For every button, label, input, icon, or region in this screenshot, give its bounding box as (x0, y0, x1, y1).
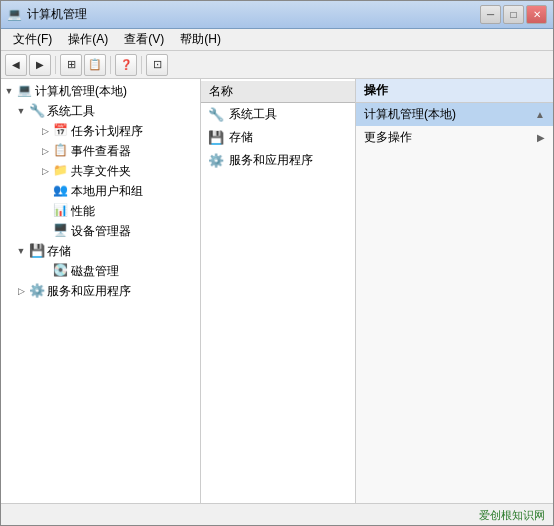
close-button[interactable]: ✕ (526, 5, 547, 24)
tree-item-service[interactable]: ▷ ⚙️ 服务和应用程序 (13, 281, 200, 301)
up-button[interactable]: ⊞ (60, 54, 82, 76)
storage-icon: 💾 (29, 243, 45, 259)
share-label: 共享文件夹 (71, 163, 131, 180)
right-item-arrow-0: ▲ (535, 109, 545, 120)
perf-icon: 📊 (53, 203, 69, 219)
mid-label-storage: 存储 (229, 129, 253, 146)
mid-label-systools: 系统工具 (229, 106, 277, 123)
disk-label: 磁盘管理 (71, 263, 119, 280)
expand-disk[interactable]: ▷ (37, 261, 53, 281)
expand-event[interactable]: ▷ (37, 141, 53, 161)
user-label: 本地用户和组 (71, 183, 143, 200)
right-pane: 操作 计算机管理(本地) ▲ 更多操作 ▶ (356, 79, 553, 503)
expand-service[interactable]: ▷ (13, 281, 29, 301)
tree-item-systools[interactable]: ▼ 🔧 系统工具 (13, 101, 200, 121)
tree-item-task[interactable]: ▷ 📅 任务计划程序 (37, 121, 200, 141)
mid-item-service[interactable]: ⚙️ 服务和应用程序 (201, 149, 355, 172)
mid-item-systools[interactable]: 🔧 系统工具 (201, 103, 355, 126)
storage-children: ▷ 💽 磁盘管理 (13, 261, 200, 281)
mid-icon-systools: 🔧 (207, 107, 225, 123)
mid-item-storage[interactable]: 💾 存储 (201, 126, 355, 149)
right-item-arrow-1: ▶ (537, 132, 545, 143)
expand-storage[interactable]: ▼ (13, 241, 29, 261)
tree-item-perf[interactable]: ▷ 📊 性能 (37, 201, 200, 221)
forward-button[interactable]: ▶ (29, 54, 51, 76)
watermark-text2: 知识网 (512, 509, 545, 521)
window-controls: ─ □ ✕ (480, 5, 547, 24)
expand-user[interactable]: ▷ (37, 181, 53, 201)
tree-node-storage: ▼ 💾 存储 ▷ 💽 磁盘管理 (13, 241, 200, 281)
tree-item-device[interactable]: ▷ 🖥️ 设备管理器 (37, 221, 200, 241)
device-label: 设备管理器 (71, 223, 131, 240)
expand-share[interactable]: ▷ (37, 161, 53, 181)
tree-root: ▼ 💻 计算机管理(本地) ▼ 🔧 系统工具 (1, 81, 200, 301)
right-item-moreactions[interactable]: 更多操作 ▶ (356, 126, 553, 149)
perf-label: 性能 (71, 203, 95, 220)
right-item-label-1: 更多操作 (364, 129, 537, 146)
expand-task[interactable]: ▷ (37, 121, 53, 141)
expand-device[interactable]: ▷ (37, 221, 53, 241)
event-icon: 📋 (53, 143, 69, 159)
menu-bar: 文件(F) 操作(A) 查看(V) 帮助(H) (1, 29, 553, 51)
mid-label-service: 服务和应用程序 (229, 152, 313, 169)
copy-button[interactable]: 📋 (84, 54, 106, 76)
menu-action[interactable]: 操作(A) (60, 29, 116, 50)
menu-help[interactable]: 帮助(H) (172, 29, 229, 50)
mid-icon-service: ⚙️ (207, 153, 225, 169)
tree-node-service: ▷ ⚙️ 服务和应用程序 (13, 281, 200, 301)
systools-children: ▷ 📅 任务计划程序 ▷ 📋 事件查看器 (13, 121, 200, 241)
task-icon: 📅 (53, 123, 69, 139)
tree-node-systools: ▼ 🔧 系统工具 ▷ 📅 任务计划程序 (13, 101, 200, 241)
toolbar-separator-2 (110, 56, 111, 74)
status-bar: 爱创根知识网 (1, 503, 553, 525)
service-label: 服务和应用程序 (47, 283, 131, 300)
toolbar: ◀ ▶ ⊞ 📋 ❓ ⊡ (1, 51, 553, 79)
expand-systools[interactable]: ▼ (13, 101, 29, 121)
expand-perf[interactable]: ▷ (37, 201, 53, 221)
middle-col-header: 名称 (201, 81, 355, 103)
left-pane: ▼ 💻 计算机管理(本地) ▼ 🔧 系统工具 (1, 79, 201, 503)
view-button[interactable]: ⊡ (146, 54, 168, 76)
root-icon: 💻 (17, 83, 33, 99)
disk-icon: 💽 (53, 263, 69, 279)
title-icon: 💻 (7, 7, 23, 23)
right-item-computermgmt[interactable]: 计算机管理(本地) ▲ (356, 103, 553, 126)
root-children: ▼ 🔧 系统工具 ▷ 📅 任务计划程序 (1, 101, 200, 301)
event-label: 事件查看器 (71, 143, 131, 160)
tree-item-share[interactable]: ▷ 📁 共享文件夹 (37, 161, 200, 181)
user-icon: 👥 (53, 183, 69, 199)
back-button[interactable]: ◀ (5, 54, 27, 76)
tree-item-disk[interactable]: ▷ 💽 磁盘管理 (37, 261, 200, 281)
right-pane-header: 操作 (356, 79, 553, 103)
title-bar: 💻 计算机管理 ─ □ ✕ (1, 1, 553, 29)
menu-file[interactable]: 文件(F) (5, 29, 60, 50)
right-item-label-0: 计算机管理(本地) (364, 106, 535, 123)
help-button[interactable]: ❓ (115, 54, 137, 76)
mid-icon-storage: 💾 (207, 130, 225, 146)
minimize-button[interactable]: ─ (480, 5, 501, 24)
expand-root[interactable]: ▼ (1, 81, 17, 101)
watermark: 爱创根知识网 (479, 508, 545, 523)
share-icon: 📁 (53, 163, 69, 179)
middle-pane: 名称 🔧 系统工具 💾 存储 ⚙️ 服务和应用程序 (201, 79, 356, 503)
root-label: 计算机管理(本地) (35, 83, 127, 100)
watermark-text1: 爱创根 (479, 509, 512, 521)
tree-item-event[interactable]: ▷ 📋 事件查看器 (37, 141, 200, 161)
storage-label: 存储 (47, 243, 71, 260)
main-content: ▼ 💻 计算机管理(本地) ▼ 🔧 系统工具 (1, 79, 553, 503)
tree-item-user[interactable]: ▷ 👥 本地用户和组 (37, 181, 200, 201)
toolbar-separator-1 (55, 56, 56, 74)
tree-item-root[interactable]: ▼ 💻 计算机管理(本地) (1, 81, 200, 101)
systools-icon: 🔧 (29, 103, 45, 119)
task-label: 任务计划程序 (71, 123, 143, 140)
menu-view[interactable]: 查看(V) (116, 29, 172, 50)
device-icon: 🖥️ (53, 223, 69, 239)
systools-label: 系统工具 (47, 103, 95, 120)
toolbar-separator-3 (141, 56, 142, 74)
tree-item-storage[interactable]: ▼ 💾 存储 (13, 241, 200, 261)
maximize-button[interactable]: □ (503, 5, 524, 24)
main-window: 💻 计算机管理 ─ □ ✕ 文件(F) 操作(A) 查看(V) 帮助(H) ◀ … (0, 0, 554, 526)
service-icon: ⚙️ (29, 283, 45, 299)
window-title: 计算机管理 (27, 6, 480, 23)
